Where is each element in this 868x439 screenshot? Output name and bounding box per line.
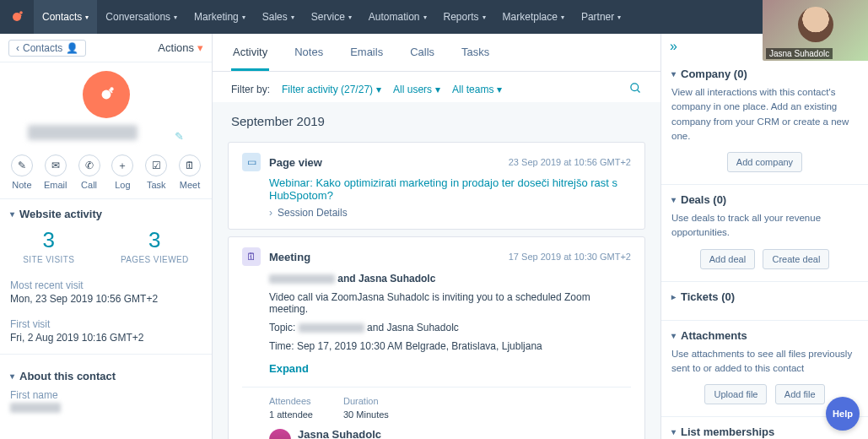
contact-icon: 👤 xyxy=(66,42,78,54)
browser-icon: ▭ xyxy=(242,153,261,171)
meeting-time: Time: Sep 17, 2019 10:30 AM Belgrade, Br… xyxy=(242,340,631,352)
nav-marketing[interactable]: Marketing ▾ xyxy=(186,0,254,34)
duration-label: Duration xyxy=(343,396,389,406)
search-icon[interactable] xyxy=(629,82,642,97)
chevron-down-icon: ▾ xyxy=(10,371,14,381)
expand-link[interactable]: Expand xyxy=(269,362,309,375)
chevron-down-icon: ▾ xyxy=(671,195,676,204)
svg-point-8 xyxy=(631,84,639,91)
tab-tasks[interactable]: Tasks xyxy=(460,34,491,71)
call-button[interactable]: ✆Call xyxy=(75,154,104,190)
most-recent-visit-label: Most recent visit xyxy=(10,279,202,291)
meeting-description: Video call via ZoomJasna Suhadolc is inv… xyxy=(242,291,631,315)
month-heading: September 2019 xyxy=(213,102,660,135)
chevron-down-icon: ▾ xyxy=(671,427,676,436)
redacted-name xyxy=(299,323,364,333)
help-button[interactable]: Help xyxy=(826,397,860,431)
create-deal-button[interactable]: Create deal xyxy=(763,249,829,269)
chevron-down-icon: ▾ xyxy=(617,14,621,21)
tab-emails[interactable]: Emails xyxy=(348,34,385,71)
tickets-header[interactable]: ▸ Tickets (0) xyxy=(671,290,858,303)
about-contact-header[interactable]: ▾ About this contact xyxy=(0,361,212,386)
filter-users-dropdown[interactable]: All users▾ xyxy=(393,84,440,95)
nav-service[interactable]: Service ▾ xyxy=(303,0,360,34)
task-button[interactable]: ☑Task xyxy=(142,154,170,190)
edit-name-icon[interactable]: ✎ xyxy=(175,130,184,143)
nav-sales[interactable]: Sales ▾ xyxy=(254,0,303,34)
first-visit-label: First visit xyxy=(10,318,202,330)
company-header[interactable]: ▾ Company (0) xyxy=(671,68,858,80)
first-visit-value: Fri, 2 Aug 2019 10:16 GMT+2 xyxy=(10,332,202,344)
deals-header[interactable]: ▾ Deals (0) xyxy=(671,193,858,206)
tab-notes[interactable]: Notes xyxy=(293,34,325,71)
chevron-down-icon: ▾ xyxy=(376,84,381,95)
chevron-down-icon: ▾ xyxy=(435,84,440,95)
list-memberships-header[interactable]: ▾ List memberships xyxy=(671,425,858,438)
add-deal-button[interactable]: Add deal xyxy=(700,249,755,269)
attendee-name: Jasna Suhadolc xyxy=(298,428,411,439)
upload-file-button[interactable]: Upload file xyxy=(704,384,767,404)
attachments-description: Use attachments to see all files previou… xyxy=(671,347,858,377)
add-file-button[interactable]: Add file xyxy=(775,384,825,404)
nav-partner[interactable]: Partner ▾ xyxy=(573,0,629,34)
right-sidebar: » ▾ Company (0) View all interactions wi… xyxy=(661,34,868,439)
note-icon: ✎ xyxy=(11,154,33,176)
nav-reports[interactable]: Reports ▾ xyxy=(435,0,494,34)
tab-calls[interactable]: Calls xyxy=(408,34,436,71)
pages-viewed-metric: 3 PAGES VIEWED xyxy=(121,227,189,264)
chevron-down-icon: ▾ xyxy=(497,84,502,95)
chevron-down-icon: ▾ xyxy=(291,14,294,21)
svg-point-5 xyxy=(101,90,111,100)
note-button[interactable]: ✎Note xyxy=(8,154,36,190)
deals-description: Use deals to track all your revenue oppo… xyxy=(671,211,858,241)
session-details-link[interactable]: Session Details xyxy=(278,207,348,219)
actions-dropdown[interactable]: Actions ▾ xyxy=(158,41,203,54)
attendee-avatar xyxy=(269,429,291,439)
chevron-right-icon: ▸ xyxy=(671,292,676,301)
site-visits-metric: 3 SITE VISITS xyxy=(23,227,74,264)
back-label: Contacts xyxy=(23,42,62,54)
filter-teams-dropdown[interactable]: All teams▾ xyxy=(452,84,502,95)
filter-by-label: Filter by: xyxy=(231,84,270,95)
nav-marketplace[interactable]: Marketplace ▾ xyxy=(494,0,573,34)
attendees-label: Attendees xyxy=(269,396,313,406)
duration-value: 30 Minutes xyxy=(343,409,389,420)
chevron-down-icon: ▾ xyxy=(671,69,676,79)
most-recent-visit-value: Mon, 23 Sep 2019 10:56 GMT+2 xyxy=(10,293,202,305)
svg-line-9 xyxy=(637,89,639,92)
chevron-down-icon: ▾ xyxy=(348,14,352,21)
chevron-down-icon: ▾ xyxy=(10,209,14,219)
back-to-contacts[interactable]: ‹ Contacts 👤 xyxy=(8,40,86,57)
chevron-down-icon: ▾ xyxy=(423,14,427,21)
company-description: View all interactions with this contact'… xyxy=(671,85,858,144)
chevron-down-icon: ▾ xyxy=(671,331,676,340)
pageview-link[interactable]: Webinar: Kako optimizirati marketing in … xyxy=(269,176,617,202)
first-name-label: First name xyxy=(10,389,202,401)
video-overlay: Jasna Suhadolc xyxy=(763,0,868,61)
nav-conversations[interactable]: Conversations ▾ xyxy=(97,0,186,34)
meeting-subject: and Jasna Suhadolc xyxy=(335,273,435,285)
activity-feed: ActivityNotesEmailsCallsTasks Filter by:… xyxy=(213,34,661,439)
filter-activity-dropdown[interactable]: Filter activity (27/27)▾ xyxy=(282,84,381,95)
attachments-header[interactable]: ▾ Attachments xyxy=(671,329,858,342)
redacted-name xyxy=(269,274,335,284)
contact-avatar xyxy=(83,71,130,118)
tickets-panel: ▸ Tickets (0) xyxy=(661,282,868,321)
nav-contacts[interactable]: Contacts ▾ xyxy=(34,0,97,34)
meet-button[interactable]: 🗓Meet xyxy=(175,154,204,190)
website-activity-header[interactable]: ▾ Website activity xyxy=(0,199,212,224)
tab-activity[interactable]: Activity xyxy=(231,34,269,71)
calendar-icon: 🗓 xyxy=(242,247,261,266)
log-button[interactable]: ＋Log xyxy=(108,154,137,190)
pageview-title: Page view xyxy=(269,156,322,169)
chevron-down-icon: ▾ xyxy=(561,14,564,21)
add-company-button[interactable]: Add company xyxy=(727,152,802,172)
meeting-card: 🗓 Meeting 17 Sep 2019 at 10:30 GMT+2 and… xyxy=(228,236,645,439)
meeting-timestamp: 17 Sep 2019 at 10:30 GMT+2 xyxy=(509,252,631,262)
meet-icon: 🗓 xyxy=(179,154,201,176)
nav-automation[interactable]: Automation ▾ xyxy=(360,0,435,34)
chevron-left-icon: ‹ xyxy=(16,42,19,54)
email-button[interactable]: ✉Email xyxy=(41,154,70,190)
meeting-title: Meeting xyxy=(269,251,310,263)
company-panel: ▾ Company (0) View all interactions with… xyxy=(661,59,868,185)
